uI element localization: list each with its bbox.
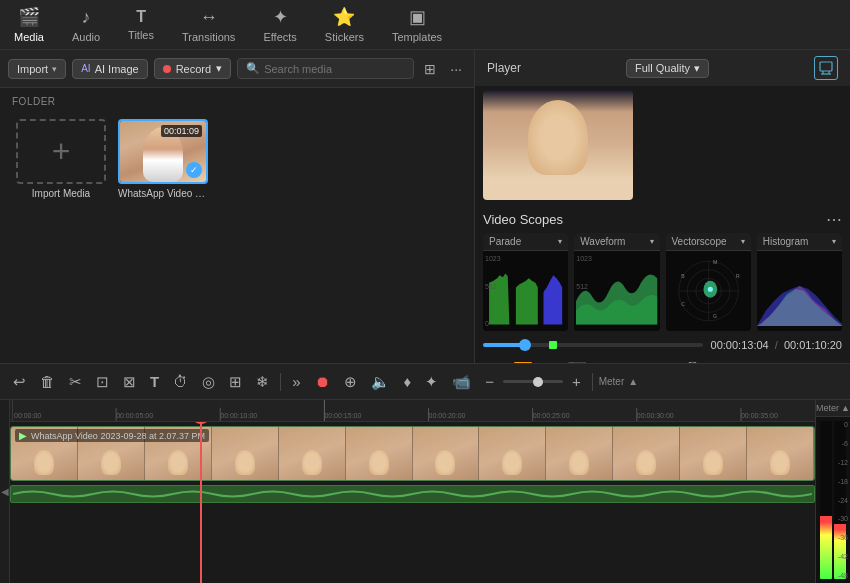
plus-icon: + [52, 133, 71, 170]
audio-track[interactable] [10, 485, 815, 503]
vectorscope-canvas: R M B C G [666, 251, 751, 331]
progress-track[interactable] [483, 343, 703, 347]
zoom-in-button[interactable]: + [567, 371, 586, 392]
freeze-button[interactable]: ❄ [251, 371, 274, 393]
histogram-header: Histogram ▾ [757, 233, 842, 251]
nav-templates-label: Templates [392, 31, 442, 43]
vectorscope-chevron[interactable]: ▾ [741, 237, 745, 246]
timeline-tracks: ✕ ▶ WhatsApp Video 2023-09-28 at 2.07.37… [10, 422, 815, 583]
more-tools-button[interactable]: » [287, 371, 305, 392]
quality-select[interactable]: Full Quality ▾ [626, 59, 709, 78]
time-separator: / [775, 339, 778, 351]
svg-text:M: M [712, 259, 716, 265]
frame-face-2 [101, 450, 121, 475]
vu-bars: 0 -6 -12 -18 -24 -30 -36 -42 -48 [816, 417, 850, 583]
frame-face-6 [369, 450, 389, 475]
media-grid: + Import Media 00:01:09 ✓ WhatsApp Video… [0, 111, 474, 207]
transitions-icon: ↔ [200, 7, 218, 28]
parade-y-high: 1023 [485, 255, 501, 262]
video-track-header: ▶ WhatsApp Video 2023-09-28 at 2.07.37 P… [15, 429, 209, 442]
parade-y-mid: 512 [485, 283, 497, 290]
nav-titles[interactable]: T Titles [114, 0, 168, 49]
import-media-item[interactable]: + Import Media [16, 119, 106, 199]
snap-button[interactable]: ⊕ [339, 371, 362, 393]
frame-5 [279, 427, 346, 480]
video-selected-check: ✓ [186, 162, 202, 178]
transform-button[interactable]: ⊞ [224, 371, 247, 393]
templates-icon: ▣ [409, 6, 426, 28]
histogram-chevron[interactable]: ▾ [832, 237, 836, 246]
waveform-chevron[interactable]: ▾ [650, 237, 654, 246]
toolbar-separator-2 [592, 373, 593, 391]
ruler-content: 00:00:00 00:00:05:00 00:00:10:00 00:00:1… [12, 400, 813, 421]
collapse-arrow-icon: ◀ [1, 486, 9, 497]
video-track[interactable]: ▶ WhatsApp Video 2023-09-28 at 2.07.37 P… [10, 426, 815, 481]
toolbar-separator-1 [280, 373, 281, 391]
video-duration-badge: 00:01:09 [161, 125, 202, 137]
nav-effects[interactable]: ✦ Effects [249, 0, 310, 49]
video-track-label: WhatsApp Video 2023-09-28 at 2.07.37 PM [31, 431, 205, 441]
nav-stickers[interactable]: ⭐ Stickers [311, 0, 378, 49]
record-circle-button[interactable]: ⏺ [310, 371, 335, 392]
meter-label: Meter [599, 376, 625, 387]
vu-label-36: -36 [838, 534, 848, 541]
import-thumb: + [16, 119, 106, 184]
vectorscope-header: Vectorscope ▾ [666, 233, 751, 251]
nav-audio[interactable]: ♪ Audio [58, 0, 114, 49]
nav-media[interactable]: 🎬 Media [0, 0, 58, 49]
video-media-item[interactable]: 00:01:09 ✓ WhatsApp Video 202... [118, 119, 208, 199]
parade-chevron[interactable]: ▾ [558, 237, 562, 246]
player-scope-button[interactable] [814, 56, 838, 80]
zoom-out-button[interactable]: − [480, 371, 499, 392]
progress-fill [483, 343, 525, 347]
video-media-label: WhatsApp Video 202... [118, 188, 208, 199]
cut-button[interactable]: ✂ [64, 371, 87, 393]
timeline-main: 00:00:00 00:00:05:00 00:00:10:00 00:00:1… [10, 400, 815, 583]
vu-header: Meter ▲ [816, 400, 850, 417]
undo-button[interactable]: ↩ [8, 371, 31, 393]
delete-button[interactable]: 🗑 [35, 371, 60, 392]
filter-button[interactable]: ⊞ [420, 59, 440, 79]
mask-button[interactable]: ◎ [197, 371, 220, 393]
effect2-button[interactable]: ✦ [420, 371, 443, 393]
nav-templates[interactable]: ▣ Templates [378, 0, 456, 49]
frame-face-9 [569, 450, 589, 475]
scopes-header: Video Scopes ⋯ [483, 204, 842, 233]
crop-button[interactable]: ⊡ [91, 371, 114, 393]
parade-graph [485, 255, 566, 329]
folder-label: FOLDER [0, 88, 474, 111]
zoom-track[interactable] [503, 380, 563, 383]
vu-label-48: -48 [838, 572, 848, 579]
frame-7 [413, 427, 480, 480]
marker-button[interactable]: ♦ [399, 371, 417, 392]
frame-4 [212, 427, 279, 480]
frame-9 [546, 427, 613, 480]
timer-button[interactable]: ⏱ [168, 371, 193, 392]
record-button[interactable]: Record ▾ [154, 58, 231, 79]
media-icon: 🎬 [18, 6, 40, 28]
vu-label-0: 0 [838, 421, 848, 428]
nav-effects-label: Effects [263, 31, 296, 43]
search-input[interactable] [264, 63, 405, 75]
time-display: 00:00:13:04 / 00:01:10:20 [711, 339, 842, 351]
player-top-right [814, 56, 838, 80]
text-button[interactable]: T [145, 371, 164, 392]
import-button[interactable]: Import ▾ [8, 59, 66, 79]
video-scopes-panel: Video Scopes ⋯ Parade ▾ 1023 512 0 [475, 204, 850, 335]
vu-meter: Meter ▲ 0 -6 -12 -18 -24 -30 -36 [815, 400, 850, 583]
total-time: 00:01:10:20 [784, 339, 842, 351]
ai-image-button[interactable]: AI AI Image [72, 59, 147, 79]
player-label: Player [487, 61, 521, 75]
nav-transitions[interactable]: ↔ Transitions [168, 0, 249, 49]
playback-area: 00:00:13:04 / 00:01:10:20 ⏮ ⏪ ▶ ⬛ { } ⊟ … [475, 335, 850, 363]
scopes-menu-button[interactable]: ⋯ [826, 210, 842, 229]
split-button[interactable]: ⊠ [118, 371, 141, 393]
timeline-collapse-button[interactable]: ◀ [0, 400, 10, 583]
search-box[interactable]: 🔍 [237, 58, 414, 79]
camera2-button[interactable]: 📹 [447, 371, 476, 393]
bottom-section: ↩ 🗑 ✂ ⊡ ⊠ T ⏱ ◎ ⊞ ❄ » ⏺ ⊕ 🔈 ♦ ✦ 📹 − + Me… [0, 363, 850, 583]
audio-track-button[interactable]: 🔈 [366, 371, 395, 393]
more-options-button[interactable]: ··· [446, 59, 466, 79]
preview-area [475, 86, 850, 204]
vectorscope-graph: R M B C G [666, 251, 751, 331]
